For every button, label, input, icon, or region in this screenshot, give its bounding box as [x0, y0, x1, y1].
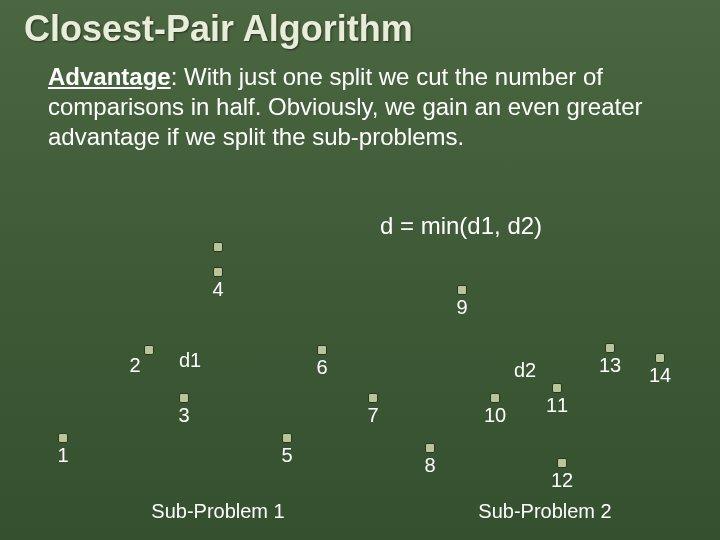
- point-8: [425, 443, 435, 453]
- label-10: 10: [484, 404, 506, 427]
- point-10: [490, 393, 500, 403]
- point-2: [144, 345, 154, 355]
- sub-problem-1-label: Sub-Problem 1: [151, 500, 284, 523]
- point-13: [605, 343, 615, 353]
- d2-label: d2: [514, 359, 536, 382]
- point-11: [552, 383, 562, 393]
- label-5: 5: [281, 444, 292, 467]
- point-4: [213, 267, 223, 277]
- point-9: [457, 285, 467, 295]
- label-14: 14: [649, 364, 671, 387]
- label-3: 3: [178, 404, 189, 427]
- advantage-paragraph: Advantage: With just one split we cut th…: [48, 62, 680, 152]
- point-14: [655, 353, 665, 363]
- d1-label: d1: [179, 349, 201, 372]
- point-3: [179, 393, 189, 403]
- label-6: 6: [316, 356, 327, 379]
- label-13: 13: [599, 354, 621, 377]
- point-5: [282, 433, 292, 443]
- point-7: [368, 393, 378, 403]
- combine-formula: d = min(d1, d2): [380, 212, 542, 240]
- point-12: [557, 458, 567, 468]
- point-6: [317, 345, 327, 355]
- point-1: [58, 433, 68, 443]
- advantage-label: Advantage: [48, 63, 171, 90]
- label-4: 4: [212, 278, 223, 301]
- label-11: 11: [546, 394, 568, 417]
- sub-problem-2-label: Sub-Problem 2: [478, 500, 611, 523]
- label-2: 2: [129, 354, 140, 377]
- page-title: Closest-Pair Algorithm: [24, 8, 413, 50]
- label-7: 7: [367, 404, 378, 427]
- label-8: 8: [424, 454, 435, 477]
- label-1: 1: [57, 444, 68, 467]
- point-free: [213, 242, 223, 252]
- label-9: 9: [456, 296, 467, 319]
- label-12: 12: [551, 469, 573, 492]
